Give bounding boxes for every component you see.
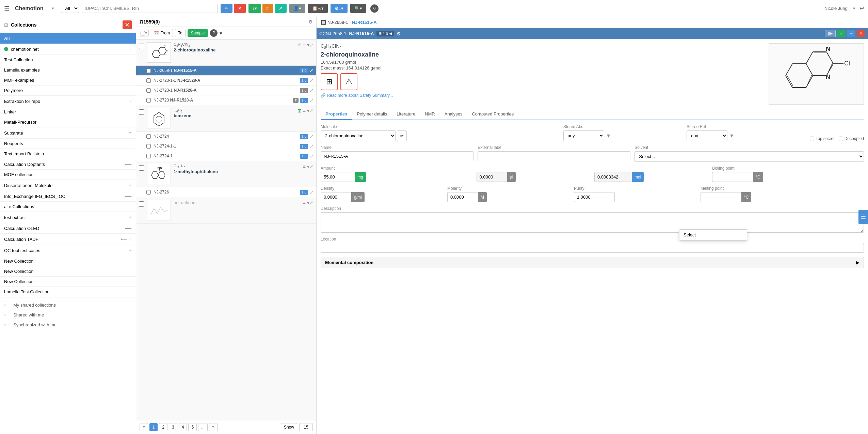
sidebar-item-calc-tadf[interactable]: Calculation TADF ⟵ + (0, 234, 136, 245)
amount2-unit-button[interactable]: µl (507, 172, 516, 182)
page-4-button[interactable]: 4 (179, 423, 187, 431)
tab-nmr[interactable]: NMR (420, 109, 440, 120)
sidebar-item-text-import[interactable]: Text Import Beilstein (0, 149, 136, 159)
sidebar-item-mof-coll[interactable]: MOF collection (0, 170, 136, 180)
page-3-button[interactable]: 3 (169, 423, 177, 431)
tab-polymer-details[interactable]: Polymer details (352, 109, 392, 120)
subitem-checkbox[interactable] (146, 134, 151, 139)
expand-icon[interactable]: ▾ (307, 164, 309, 169)
density-unit-button[interactable]: g/ml (351, 192, 365, 202)
share-icon[interactable]: ⟵ (125, 226, 132, 231)
page-1-button[interactable]: 1 (149, 423, 158, 431)
boiling-point-unit-button[interactable]: °C (753, 172, 763, 182)
tab-analyses[interactable]: Analyses (440, 109, 467, 120)
drag-handle-icon[interactable]: ⤢ (309, 78, 314, 83)
description-textarea[interactable] (321, 212, 864, 233)
top-secret-checkbox[interactable] (810, 137, 814, 141)
sample-filter-button[interactable]: Sample (188, 29, 208, 37)
sidebar-item-diss[interactable]: Dissertationen_Molekule + (0, 180, 136, 191)
drag-handle-icon[interactable]: ⤢ (309, 42, 314, 48)
molarity-input[interactable] (447, 192, 478, 202)
sample-group-benzene[interactable]: C6H6 benzene ⊞ ≡ ▾ ⤢ (136, 105, 316, 131)
stereo-rel-select[interactable]: any (687, 130, 727, 141)
sample-group-undefined[interactable]: not defined ≡ ▾ ⤢ (136, 197, 316, 223)
import-button[interactable]: 👤▾ (289, 4, 305, 13)
subitem-checkbox[interactable] (146, 144, 151, 149)
sample-subitem-nj-2724-1[interactable]: NJ-2724-1 1·0 ⤢ (136, 151, 316, 161)
sidebar-item-chemotion[interactable]: chemotion.net + (0, 44, 136, 55)
sidebar-item-info-ex[interactable]: Info_Exchange IFG_IBCS_IOC ⟵ (0, 191, 136, 202)
add-collection-icon[interactable]: + (129, 247, 132, 253)
drag-handle-icon[interactable]: ⤢ (309, 189, 314, 195)
next-page-button[interactable]: » (209, 423, 218, 431)
edit-detail-button[interactable]: ✏ (847, 30, 855, 37)
subitem-checkbox[interactable] (146, 78, 151, 83)
hamburger-icon[interactable]: ☰ (4, 5, 10, 12)
sidebar-item-mof-ex[interactable]: MOF examples (0, 75, 136, 86)
add-collection-icon[interactable]: + (129, 46, 132, 52)
settings-icon[interactable]: ⚙ (397, 31, 401, 36)
create-button-2[interactable]: □ (262, 4, 273, 13)
melting-point-input[interactable] (701, 192, 741, 202)
sidebar-close-icon[interactable]: ✕ (123, 20, 132, 29)
sample-checkbox[interactable] (139, 201, 144, 207)
sidebar-item-test-ex[interactable]: test extract + (0, 212, 136, 223)
page-5-button[interactable]: 5 (188, 423, 197, 431)
tab-literature[interactable]: Literature (392, 109, 420, 120)
subitem-checkbox[interactable] (146, 154, 151, 158)
select-option-select[interactable]: Select (679, 230, 747, 240)
name-input[interactable] (321, 151, 473, 161)
subitem-checkbox[interactable] (146, 98, 151, 103)
molecule-edit-button[interactable]: ✏ (397, 130, 407, 141)
drag-handle-icon[interactable]: ⤢ (309, 68, 314, 73)
drag-handle-icon[interactable]: ⤢ (309, 97, 314, 103)
sidebar-item-new3[interactable]: New Collection (0, 277, 136, 287)
drag-handle-icon[interactable]: ⤢ (309, 108, 314, 113)
sample-subitem-nj-2726[interactable]: NJ-2726 1·0 ⤢ (136, 187, 316, 197)
boiling-point-input[interactable] (712, 172, 753, 182)
barcode-button[interactable]: ▦▾ (825, 30, 836, 37)
sidebar-item-shared-with-me[interactable]: ⟵ Shared with me (4, 310, 132, 320)
drag-handle-icon[interactable]: ⤢ (309, 164, 314, 169)
sidebar-item-calc-oled[interactable]: Calculation OLED ⟵ (0, 223, 136, 234)
share-icon[interactable]: ⟵ (125, 193, 132, 199)
tab-properties[interactable]: Properties (321, 109, 352, 120)
sidebar-item-all[interactable]: All (0, 33, 136, 44)
create-button[interactable]: ↓▾ (248, 4, 261, 13)
density-input[interactable] (321, 192, 351, 202)
sample-checkbox[interactable] (139, 44, 144, 49)
drag-handle-icon[interactable]: ⤢ (309, 134, 314, 139)
drag-handle-icon[interactable]: ⤢ (309, 153, 314, 159)
amount-input[interactable] (321, 172, 355, 182)
expand-button[interactable]: ▾ (220, 30, 222, 36)
per-page-input[interactable] (299, 423, 313, 431)
sample-checkbox[interactable] (139, 165, 144, 171)
sidebar-item-qc-tool[interactable]: QC tool test cases + (0, 245, 136, 256)
chevron-down-icon[interactable]: ▾ (729, 130, 735, 141)
scan-button[interactable]: 🔍▾ (350, 4, 366, 13)
share-icon[interactable]: ⟵ (125, 161, 132, 167)
user-dropdown-icon[interactable]: ▾ (853, 6, 855, 11)
from-date-button[interactable]: 📅 From (151, 29, 173, 37)
add-collection-icon[interactable]: + (129, 98, 132, 104)
sidebar-item-polymere[interactable]: Polymere (0, 86, 136, 96)
molarity-unit-button[interactable]: M (478, 192, 487, 202)
sidebar-item-lamella-test[interactable]: Lamella Test Collection (0, 287, 136, 297)
sample-checkbox[interactable] (139, 109, 144, 115)
stereo-abs-select[interactable]: any (563, 130, 604, 141)
sample-subitem-nj-2723-1-1[interactable]: NJ-2723-1-1 NJ-R1528-A 1·0 ⤢ (136, 76, 316, 86)
expand-icon[interactable]: ▾ (307, 42, 309, 48)
add-collection-icon[interactable]: + (129, 130, 132, 136)
badge-chevron[interactable]: ◀ (389, 31, 392, 36)
sidebar-item-new1[interactable]: New Collection (0, 256, 136, 266)
add-collection-icon[interactable]: + (129, 182, 132, 188)
show-button[interactable]: Show (281, 423, 297, 431)
subitem-checkbox[interactable] (146, 68, 151, 73)
purity-input[interactable] (574, 192, 615, 202)
safety-link[interactable]: 🔗 Read more about Safety Summary... (321, 93, 763, 98)
chevron-down-icon[interactable]: ▾ (145, 31, 147, 35)
export-button[interactable]: 📋%▾ (308, 4, 328, 13)
amount-unit-button[interactable]: mg (355, 172, 366, 182)
page-ellipsis-button[interactable]: ... (198, 423, 208, 431)
external-label-input[interactable] (478, 151, 630, 161)
